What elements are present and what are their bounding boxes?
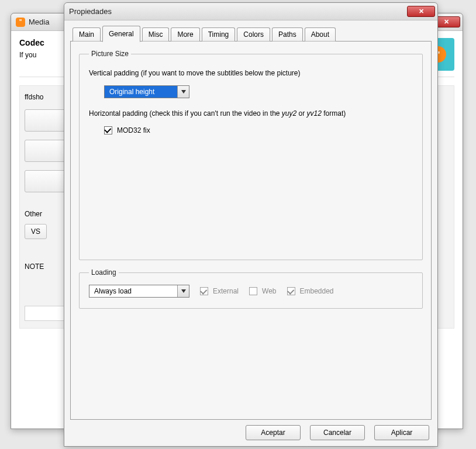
propiedades-dialog: Propiedades ✕ Main General Misc More Tim… xyxy=(64,2,438,447)
accept-button[interactable]: Aceptar xyxy=(246,425,301,440)
dlg-title: Propiedades xyxy=(69,7,406,16)
tab-main[interactable]: Main xyxy=(73,27,101,42)
vertical-padding-value: Original height xyxy=(105,86,177,98)
embedded-row: Embedded xyxy=(287,287,334,295)
embedded-label: Embedded xyxy=(300,287,334,295)
loading-group: Loading Always load External Web xyxy=(79,268,423,309)
dlg-close-button[interactable]: ✕ xyxy=(407,6,435,17)
picture-size-group: Picture Size Vertical padding (if you wa… xyxy=(79,50,423,260)
embedded-checkbox[interactable] xyxy=(287,287,295,295)
horizontal-padding-label: Horizontal padding (check this if you ca… xyxy=(89,109,413,119)
tab-colors[interactable]: Colors xyxy=(237,27,270,42)
apply-button[interactable]: Aplicar xyxy=(374,425,429,440)
app-icon: " xyxy=(16,18,25,27)
svg-marker-1 xyxy=(181,289,186,293)
tab-strip: Main General Misc More Timing Colors Pat… xyxy=(70,25,432,42)
codec-heading: Codec xyxy=(19,38,44,47)
svg-marker-0 xyxy=(181,90,186,94)
mod32-fix-checkbox[interactable] xyxy=(104,126,112,134)
tab-general[interactable]: General xyxy=(102,26,140,42)
loading-mode-combo[interactable]: Always load xyxy=(89,285,189,298)
loading-row: Always load External Web xyxy=(89,285,413,298)
chevron-down-icon xyxy=(177,86,189,98)
loading-mode-value: Always load xyxy=(89,285,177,297)
loading-legend: Loading xyxy=(89,268,119,277)
vertical-padding-label: Vertical padding (if you want to move th… xyxy=(89,68,413,78)
tab-page-general: Picture Size Vertical padding (if you wa… xyxy=(70,41,432,420)
tab-about[interactable]: About xyxy=(305,27,336,42)
web-checkbox[interactable] xyxy=(249,287,257,295)
external-checkbox[interactable] xyxy=(200,287,208,295)
external-label: External xyxy=(213,287,239,295)
dlg-titlebar: Propiedades ✕ xyxy=(64,3,437,20)
chevron-down-icon xyxy=(177,285,189,297)
tab-timing[interactable]: Timing xyxy=(202,27,236,42)
external-row: External xyxy=(200,287,239,295)
cancel-button[interactable]: Cancelar xyxy=(310,425,365,440)
mod32-fix-row: MOD32 fix xyxy=(104,126,413,134)
web-row: Web xyxy=(249,287,276,295)
tab-more[interactable]: More xyxy=(171,27,199,42)
vertical-padding-combo[interactable]: Original height xyxy=(104,85,189,98)
picture-size-legend: Picture Size xyxy=(89,50,131,58)
tab-misc[interactable]: Misc xyxy=(142,27,170,42)
codec-desc: If you xyxy=(19,51,44,59)
web-label: Web xyxy=(262,287,276,295)
dlg-body: Main General Misc More Timing Colors Pat… xyxy=(64,20,437,446)
dialog-buttons: Aceptar Cancelar Aplicar xyxy=(246,425,429,440)
yuy2-italic: yuy2 xyxy=(282,109,296,118)
tab-paths[interactable]: Paths xyxy=(272,27,303,42)
vs-button[interactable]: VS xyxy=(25,224,47,239)
yv12-italic: yv12 xyxy=(307,109,322,118)
mod32-fix-label: MOD32 fix xyxy=(117,126,150,134)
